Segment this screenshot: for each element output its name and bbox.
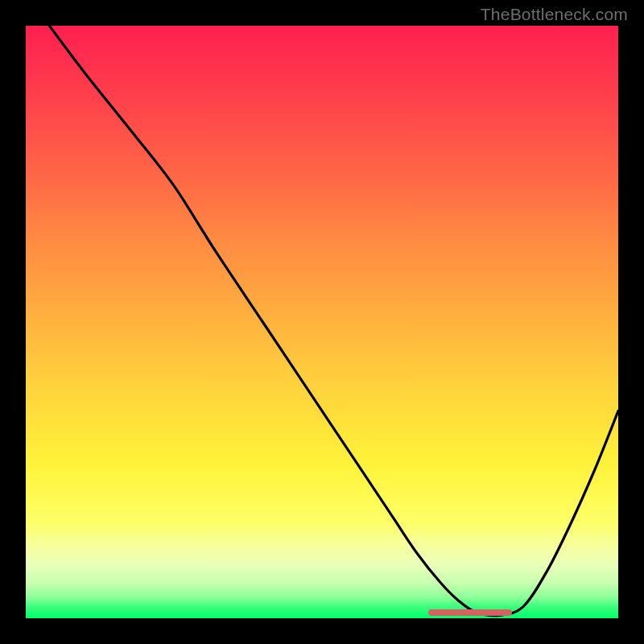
optimal-range-marker	[428, 609, 511, 616]
chart-frame: TheBottleneck.com	[0, 0, 644, 644]
bottleneck-curve	[26, 26, 618, 618]
watermark-text: TheBottleneck.com	[481, 5, 628, 24]
plot-area	[26, 26, 618, 618]
